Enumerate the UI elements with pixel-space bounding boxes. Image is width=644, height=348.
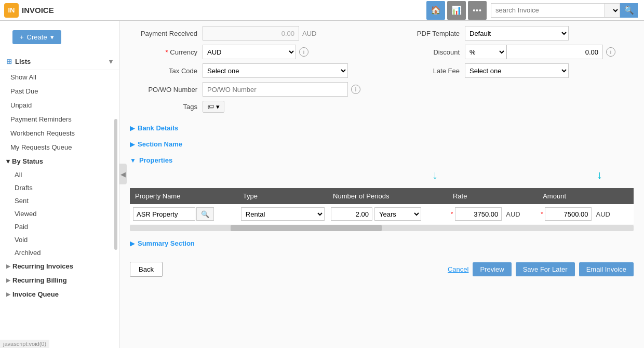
layout: + Create ▾ ⊞ Lists ▾ Show All Past Due U… bbox=[0, 21, 644, 348]
sidebar-item-paid[interactable]: Paid bbox=[0, 220, 119, 233]
arrow-amount-icon: ↓ bbox=[597, 168, 602, 182]
status-items: All Drafts Sent Viewed Paid Void Archive… bbox=[0, 168, 119, 259]
sidebar-item-show-all[interactable]: Show All bbox=[0, 70, 119, 84]
currency-select[interactable]: AUD bbox=[203, 45, 296, 59]
powo-label: PO/WO Number bbox=[130, 86, 197, 93]
lists-header[interactable]: ⊞ Lists ▾ bbox=[0, 53, 119, 70]
table-scrollbar[interactable] bbox=[130, 225, 634, 231]
sidebar-item-archived[interactable]: Archived bbox=[0, 246, 119, 259]
sidebar-item-my-requests-queue[interactable]: My Requests Queue bbox=[0, 140, 119, 154]
discount-row: Discount % i bbox=[392, 45, 634, 59]
payment-received-input-group: AUD bbox=[203, 26, 316, 41]
amount-currency: AUD bbox=[596, 210, 610, 218]
payment-received-currency: AUD bbox=[302, 30, 316, 37]
bank-details-toggle[interactable]: ▶ Bank Details bbox=[130, 120, 634, 136]
sidebar-item-drafts[interactable]: Drafts bbox=[0, 181, 119, 194]
type-select[interactable]: Rental bbox=[241, 207, 325, 221]
payment-received-label: Payment Received bbox=[130, 30, 197, 37]
logo-icon: IN bbox=[4, 3, 19, 18]
app-title: INVOICE bbox=[22, 6, 54, 15]
by-status-group[interactable]: ▾ By Status bbox=[0, 154, 119, 168]
chevron-right-icon: ▶ bbox=[6, 291, 10, 297]
recurring-billing-toggle[interactable]: ▶ Recurring Billing bbox=[0, 273, 119, 287]
sidebar-item-workbench-requests[interactable]: Workbench Requests bbox=[0, 126, 119, 140]
chart-button[interactable]: 📊 bbox=[447, 1, 466, 20]
discount-amount-input[interactable] bbox=[506, 45, 603, 59]
more-button[interactable]: ••• bbox=[468, 1, 487, 20]
search-dropdown[interactable] bbox=[605, 3, 620, 18]
currency-label: * Currency bbox=[130, 48, 197, 56]
amount-input[interactable] bbox=[545, 207, 592, 221]
col-rate: Rate bbox=[448, 188, 538, 204]
discount-input-group: % i bbox=[465, 45, 615, 59]
tax-code-select[interactable]: Select one bbox=[203, 63, 348, 78]
payment-received-input[interactable] bbox=[203, 26, 299, 41]
chevron-right-icon: ▶ bbox=[6, 277, 10, 283]
pdf-template-row: PDF Template Default bbox=[392, 26, 634, 41]
back-button[interactable]: Back bbox=[130, 262, 163, 277]
properties-section: ▼ Properties ↓ ↓ Property Name Type Numb… bbox=[130, 152, 634, 231]
late-fee-select[interactable]: Select one bbox=[465, 63, 569, 78]
property-search-button[interactable]: 🔍 bbox=[196, 207, 214, 221]
discount-type-select[interactable]: % bbox=[465, 45, 506, 59]
search-wrap: 🔍 bbox=[491, 3, 638, 18]
sidebar-item-void[interactable]: Void bbox=[0, 233, 119, 246]
cancel-button[interactable]: Cancel bbox=[448, 265, 468, 273]
search-button[interactable]: 🔍 bbox=[620, 3, 638, 18]
section-name-toggle[interactable]: ▶ Section Name bbox=[130, 136, 634, 152]
search-input[interactable] bbox=[491, 3, 605, 18]
period-unit-select[interactable]: Years bbox=[374, 207, 421, 221]
sidebar-item-payment-reminders[interactable]: Payment Reminders bbox=[0, 112, 119, 126]
properties-table: Property Name Type Number of Periods Rat… bbox=[130, 188, 634, 224]
create-button[interactable]: + Create ▾ bbox=[12, 30, 61, 44]
table-scrollbar-thumb bbox=[231, 225, 382, 231]
sidebar-item-past-due[interactable]: Past Due bbox=[0, 84, 119, 98]
chevron-down-icon: ▾ bbox=[216, 103, 220, 111]
invoice-queue-toggle[interactable]: ▶ Invoice Queue bbox=[0, 287, 119, 301]
plus-icon: + bbox=[20, 33, 24, 41]
powo-input[interactable] bbox=[203, 82, 348, 97]
rate-currency: AUD bbox=[506, 210, 520, 218]
late-fee-row: Late Fee Select one bbox=[392, 63, 634, 78]
preview-button[interactable]: Preview bbox=[473, 262, 511, 276]
sidebar-item-sent[interactable]: Sent bbox=[0, 194, 119, 207]
summary-section-toggle[interactable]: ▶ Summary Section bbox=[130, 235, 634, 251]
js-label: javascript:void(0) bbox=[0, 340, 49, 348]
col-property-name: Property Name bbox=[130, 188, 238, 204]
powo-info-icon[interactable]: i bbox=[351, 85, 360, 94]
property-name-input[interactable] bbox=[133, 207, 195, 221]
top-bar-actions: 🏠 📊 ••• 🔍 bbox=[426, 1, 640, 20]
main-content: Payment Received AUD * Currency AUD i bbox=[119, 21, 644, 348]
app-logo: IN INVOICE bbox=[4, 3, 124, 18]
discount-info-icon[interactable]: i bbox=[606, 47, 615, 57]
sidebar-item-viewed[interactable]: Viewed bbox=[0, 207, 119, 220]
arrow-periods-icon: ↓ bbox=[432, 168, 438, 182]
chevron-down-icon: ▾ bbox=[50, 33, 54, 41]
pdf-template-select[interactable]: Default bbox=[465, 26, 569, 41]
currency-row: * Currency AUD i bbox=[130, 45, 371, 59]
sidebar-item-all[interactable]: All bbox=[0, 168, 119, 181]
home-button[interactable]: 🏠 bbox=[426, 1, 445, 20]
properties-toggle[interactable]: ▼ Properties bbox=[130, 152, 634, 168]
recurring-invoices-toggle[interactable]: ▶ Recurring Invoices bbox=[0, 259, 119, 273]
sidebar-item-unpaid[interactable]: Unpaid bbox=[0, 98, 119, 112]
form-top-grid: Payment Received AUD * Currency AUD i bbox=[130, 26, 634, 117]
chevron-right-icon: ▶ bbox=[130, 125, 135, 132]
discount-label: Discount bbox=[392, 48, 460, 56]
pdf-template-label: PDF Template bbox=[392, 30, 460, 37]
rate-cell: * AUD bbox=[448, 204, 538, 224]
tags-button[interactable]: 🏷 ▾ bbox=[203, 101, 224, 113]
table-row: 🔍 Rental Years bbox=[130, 204, 634, 224]
periods-input[interactable] bbox=[331, 207, 372, 221]
rate-input[interactable] bbox=[455, 207, 502, 221]
tax-code-row: Tax Code Select one bbox=[130, 63, 371, 78]
col-amount: Amount bbox=[538, 188, 634, 204]
form-right: PDF Template Default Discount % i bbox=[392, 26, 634, 117]
email-invoice-button[interactable]: Email Invoice bbox=[579, 262, 634, 276]
periods-cell: Years bbox=[328, 204, 448, 224]
powo-row: PO/WO Number i bbox=[130, 82, 371, 97]
tax-code-label: Tax Code bbox=[130, 67, 197, 75]
save-button[interactable]: Save For Later bbox=[516, 262, 575, 276]
currency-info-icon[interactable]: i bbox=[299, 47, 308, 57]
collapse-handle[interactable]: ◀ bbox=[119, 164, 127, 184]
